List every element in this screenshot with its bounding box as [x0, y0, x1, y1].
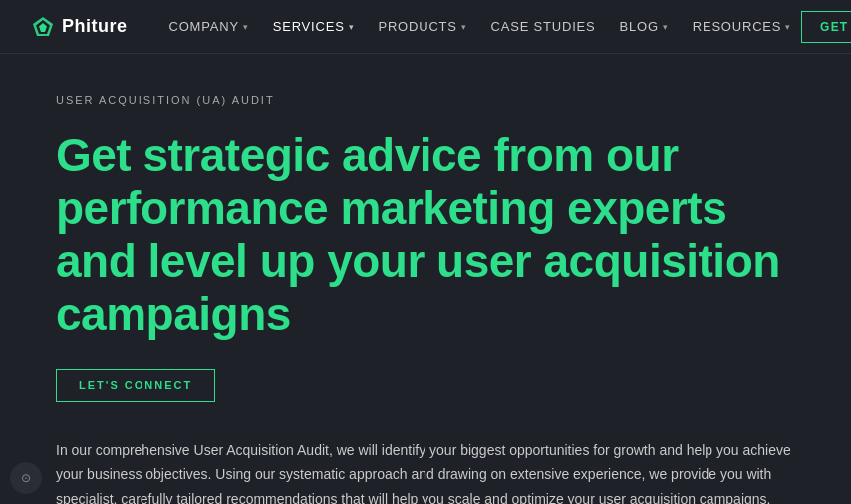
chevron-down-icon: ▾	[349, 22, 355, 32]
bottom-widget[interactable]: ⊙	[10, 462, 42, 494]
nav-label-resources: RESOURCES	[693, 19, 782, 34]
nav-items: COMPANY ▾ SERVICES ▾ PRODUCTS ▾ CASE STU…	[159, 13, 802, 40]
description-section: In our comprehensive User Acquisition Au…	[56, 438, 793, 504]
lets-connect-button[interactable]: LET'S CONNECT	[56, 369, 215, 402]
phiture-logo-icon	[32, 16, 54, 38]
nav-item-products[interactable]: PRODUCTS ▾	[368, 13, 476, 40]
get-in-touch-button[interactable]: GET IN TOUCH	[801, 11, 851, 43]
main-content: USER ACQUISITION (UA) AUDIT Get strategi…	[0, 54, 851, 504]
logo[interactable]: Phiture	[32, 16, 128, 38]
page-headline: Get strategic advice from our performanc…	[56, 129, 795, 341]
nav-item-blog[interactable]: BLOG ▾	[610, 13, 679, 40]
nav-label-case-studies: CASE STUDIES	[491, 19, 596, 34]
widget-icon: ⊙	[21, 471, 31, 485]
nav-item-resources[interactable]: RESOURCES ▾	[683, 13, 801, 40]
logo-text: Phiture	[62, 16, 128, 37]
nav-label-products: PRODUCTS	[378, 19, 456, 34]
nav-label-blog: BLOG	[620, 19, 659, 34]
nav-item-case-studies[interactable]: CASE STUDIES	[481, 13, 606, 40]
breadcrumb: USER ACQUISITION (UA) AUDIT	[56, 94, 795, 106]
navbar-left: Phiture COMPANY ▾ SERVICES ▾ PRODUCTS ▾ …	[32, 13, 801, 40]
nav-label-company: COMPANY	[169, 19, 239, 34]
navbar: Phiture COMPANY ▾ SERVICES ▾ PRODUCTS ▾ …	[0, 0, 851, 54]
chevron-down-icon: ▾	[243, 22, 249, 32]
chevron-down-icon: ▾	[663, 22, 669, 32]
nav-item-services[interactable]: SERVICES ▾	[263, 13, 365, 40]
nav-label-services: SERVICES	[273, 19, 345, 34]
description-paragraph-1: In our comprehensive User Acquisition Au…	[56, 438, 793, 504]
chevron-down-icon: ▾	[785, 22, 791, 32]
chevron-down-icon: ▾	[461, 22, 467, 32]
nav-item-company[interactable]: COMPANY ▾	[159, 13, 259, 40]
